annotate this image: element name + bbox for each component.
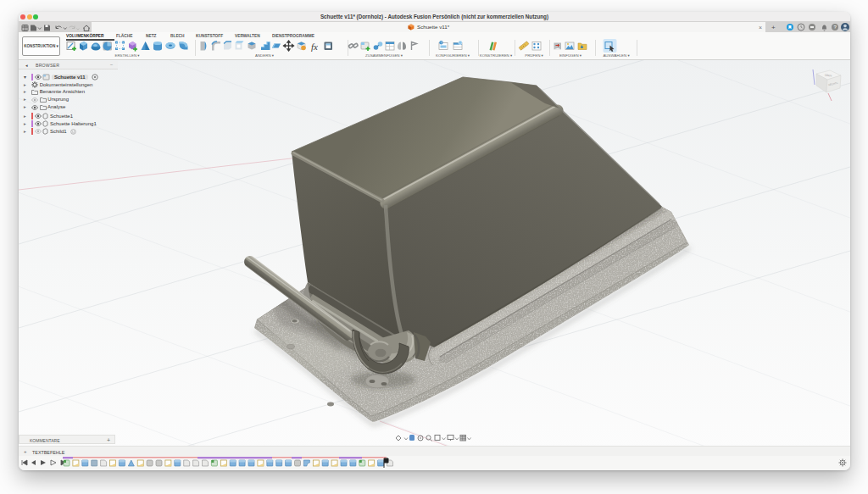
svg-text:fx: fx [311, 42, 318, 52]
svg-text:×: × [759, 25, 762, 31]
svg-text:+: + [771, 24, 776, 31]
svg-text:?: ? [441, 42, 442, 45]
